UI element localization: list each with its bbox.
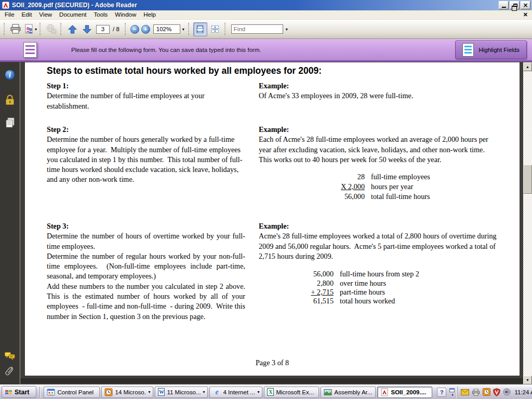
find-dropdown-icon[interactable]: ▾ — [283, 27, 290, 32]
toolbar-grip — [39, 23, 43, 35]
minimize-button[interactable] — [499, 1, 509, 9]
example-2-heading: Example: — [259, 125, 499, 135]
taskbar-button-label: Assembly Ar... — [334, 389, 372, 395]
taskbar: Start Control Panel 14 Microso... ▾ W 11… — [0, 384, 532, 399]
group-dropdown-icon: ▾ — [257, 390, 259, 394]
step-2-heading: Step 2: — [47, 125, 245, 135]
taskbar-group-outlook-reminders[interactable]: 14 Microso... ▾ — [101, 387, 153, 398]
step-2-text: Determine the number of hours generally … — [47, 135, 245, 184]
highlight-fields-button[interactable]: Highlight Fields — [455, 41, 527, 59]
scrolling-mode-icon — [195, 24, 205, 34]
zoom-in-button[interactable]: + — [141, 25, 150, 34]
example-3-heading: Example: — [259, 221, 499, 231]
pages-icon — [5, 117, 15, 128]
fit-page-icon — [210, 24, 220, 34]
find-box — [231, 24, 283, 34]
control-panel-icon — [47, 388, 55, 396]
zoom-out-button[interactable]: − — [130, 25, 139, 34]
clock-tray-icon[interactable] — [483, 388, 490, 396]
pane-bottom-bar — [20, 378, 532, 383]
scroll-up-button[interactable]: ▲ — [523, 62, 532, 71]
fit-page-button[interactable] — [208, 22, 222, 36]
menu-view[interactable]: View — [35, 11, 56, 19]
form-message: Please fill out the following form. You … — [71, 47, 261, 53]
total-hours-calculation: 56,000 full-time hours from step 2 2,800… — [282, 270, 419, 306]
document-info-button[interactable]: i — [4, 69, 16, 81]
zoom-level-box[interactable]: 102% — [153, 24, 180, 34]
pages-panel-button[interactable] — [4, 117, 16, 128]
start-button[interactable]: Start — [2, 386, 36, 398]
menu-document[interactable]: Document — [56, 11, 90, 19]
calc-number: 2,800 — [282, 279, 340, 288]
close-icon: × — [523, 3, 528, 8]
vertical-scrollbar[interactable]: ▲ ▼ — [523, 62, 532, 384]
previous-page-button[interactable] — [65, 22, 79, 36]
taskbar-button-excel[interactable]: X Microsoft Ex... — [264, 387, 319, 398]
taskbar-button-label: Microsoft Ex... — [276, 389, 314, 395]
windows-flag-icon — [5, 389, 12, 396]
scroll-down-button[interactable]: ▼ — [523, 376, 532, 384]
close-button[interactable]: × — [521, 1, 530, 9]
sign-collaborate-button[interactable]: ▾ — [23, 22, 38, 36]
menu-tools[interactable]: Tools — [90, 11, 112, 19]
minimize-icon — [502, 7, 506, 8]
page-number-input[interactable] — [96, 25, 110, 34]
page-down-icon — [82, 24, 92, 34]
pdf-page: Steps to estimate total hours worked by … — [25, 62, 520, 376]
calc-label: total hours worked — [340, 297, 419, 305]
taskbar-button-label: 4 Internet ... — [223, 389, 255, 395]
system-tray: 11:24 AM — [457, 386, 532, 398]
document-close-icon[interactable]: ✕ — [523, 11, 528, 18]
scrollbar-thumb[interactable] — [523, 165, 532, 194]
next-page-button[interactable] — [79, 22, 94, 36]
globe-icon — [46, 24, 57, 34]
scrolling-mode-button[interactable] — [193, 22, 207, 36]
page-up-icon — [68, 24, 77, 34]
print-button[interactable] — [8, 22, 23, 36]
menu-edit[interactable]: Edit — [18, 11, 36, 19]
taskbar-button-control-panel[interactable]: Control Panel — [44, 387, 100, 398]
example-2-text: Each of Acme's 28 full-time employees wo… — [259, 135, 499, 165]
find-input[interactable] — [232, 26, 283, 32]
volume-tray-icon[interactable] — [503, 388, 511, 396]
menu-file[interactable]: File — [1, 11, 18, 19]
title-bar: SOII_2009.pdf (SECURED) - Adobe Reader × — [0, 0, 532, 10]
adobe-reader-icon — [2, 2, 9, 9]
toolbar-grip — [224, 23, 228, 35]
highlight-fields-label: Highlight Fields — [478, 47, 520, 53]
tray-clock[interactable]: 11:24 AM — [514, 389, 532, 395]
email-share-button[interactable] — [44, 22, 59, 36]
zoom-dropdown-icon[interactable]: ▾ — [180, 27, 187, 32]
lock-icon — [5, 94, 15, 105]
security-settings-button[interactable] — [4, 94, 16, 105]
show-hidden-icons-toggle[interactable]: ▾ — [448, 388, 456, 396]
comments-panel-button[interactable] — [4, 350, 16, 362]
highlight-fields-icon — [462, 43, 474, 57]
printer-tray-icon[interactable] — [472, 389, 480, 396]
help-tray-button[interactable]: ? — [437, 388, 446, 397]
calc-label: over time hours — [340, 279, 419, 288]
toolbar-grip — [188, 23, 191, 35]
form-notification-bar: Please fill out the following form. You … — [0, 39, 532, 62]
taskbar-button-label: 11 Microso... — [167, 389, 201, 395]
toolbar: ▾ / 8 − + 102% ▾ — [0, 20, 532, 39]
calc-label: total full-time hours — [371, 192, 430, 202]
taskbar-group-internet-explorer[interactable]: e 4 Internet ... ▾ — [209, 387, 262, 398]
restore-button[interactable] — [510, 1, 520, 9]
toolbar-grip — [4, 23, 7, 35]
document-heading: Steps to estimate total hours worked by … — [47, 65, 520, 76]
pdf-icon — [380, 388, 389, 396]
restore-icon — [513, 4, 517, 7]
antivirus-shield-icon[interactable] — [493, 388, 500, 396]
mail-tray-icon[interactable] — [461, 389, 469, 395]
taskbar-button-label: Control Panel — [57, 389, 94, 395]
taskbar-button-assembly[interactable]: Assembly Ar... — [321, 387, 376, 398]
printer-icon — [10, 24, 21, 34]
menu-window[interactable]: Window — [111, 11, 140, 19]
taskbar-group-word[interactable]: W 11 Microso... ▾ — [155, 387, 208, 398]
calc-label: hours per year — [371, 182, 430, 192]
menu-help[interactable]: Help — [140, 11, 159, 19]
toolbar-grip — [60, 23, 63, 35]
taskbar-button-soii-pdf[interactable]: SOII_2009.... — [377, 387, 432, 398]
attachments-panel-button[interactable] — [4, 366, 16, 377]
